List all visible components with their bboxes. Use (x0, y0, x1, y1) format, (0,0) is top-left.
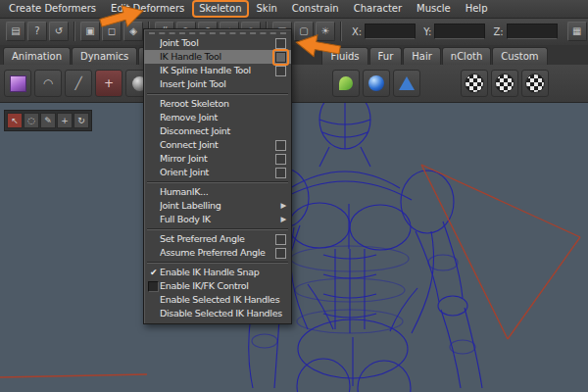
menu-item-assume-preferred-angle[interactable]: Assume Preferred Angle (144, 246, 291, 260)
menu-item-label: Full Body IK (160, 213, 277, 226)
zinput[interactable] (507, 24, 558, 39)
shelf-tab-dynamics[interactable]: Dynamics (72, 47, 137, 65)
option-box-wrap[interactable] (275, 168, 286, 178)
cube-graphic (10, 75, 26, 92)
viewport-toolbar: ↖◌✎+↻ (4, 110, 92, 131)
menu-item-enable-ik-handle-snap[interactable]: ✔Enable IK Handle Snap (144, 266, 291, 279)
render-icon[interactable]: ▦ (567, 22, 587, 41)
checker-sphere-icon[interactable] (521, 70, 549, 97)
menubar-item-muscle[interactable]: Muscle (410, 0, 458, 18)
checker-sphere-icon[interactable] (461, 70, 488, 97)
viewport-canvas[interactable] (0, 102, 588, 392)
option-box-wrap[interactable] (275, 38, 286, 49)
option-box-icon[interactable] (275, 248, 286, 259)
skeleton-menu: Joint ToolIK Handle ToolIK Spline Handle… (143, 28, 292, 324)
shelf-tab-custom[interactable]: Custom (492, 47, 547, 65)
checker-sphere-icon[interactable] (491, 70, 518, 97)
select-hierarchy-icon[interactable]: ▣ (80, 22, 100, 41)
menu-item-orient-joint[interactable]: Orient Joint (144, 166, 291, 179)
shelf-tab-ncloth[interactable]: nCloth (442, 47, 491, 65)
viewport[interactable]: ↖◌✎+↻ (0, 102, 588, 392)
option-box-icon[interactable] (275, 140, 286, 151)
menu-item-enable-ik-fk-control[interactable]: Enable IK/FK Control (144, 279, 291, 293)
menu-item-label: Orient Joint (160, 166, 271, 179)
option-box-icon[interactable] (275, 168, 286, 178)
menu-item-connect-joint[interactable]: Connect Joint (144, 138, 291, 152)
coordinate-field: Y: (423, 24, 485, 39)
menu-item-remove-joint[interactable]: Remove Joint (144, 111, 291, 124)
cone-icon[interactable] (393, 70, 420, 97)
paint-select-tool-icon[interactable]: ✎ (40, 113, 56, 128)
rotate-tool-icon[interactable]: ↻ (74, 113, 89, 128)
menu-item-enable-selected-ik-handles[interactable]: Enable Selected IK Handles (144, 293, 291, 307)
option-box-icon[interactable] (275, 234, 286, 245)
option-box-icon[interactable] (275, 66, 286, 76)
option-box-wrap[interactable] (275, 234, 286, 245)
maya-window: ↖◌✎+↻ Create DeformersEdit DeformersSkel… (0, 0, 588, 392)
menu-item-label: Disable Selected IK Handles (160, 307, 286, 320)
menu-item-disable-selected-ik-handles[interactable]: Disable Selected IK Handles (144, 307, 291, 320)
option-box-wrap[interactable] (275, 154, 286, 165)
option-box-icon[interactable] (275, 154, 286, 165)
menubar-item-skeleton[interactable]: Skeleton (192, 0, 248, 18)
menu-item-insert-joint-tool[interactable]: Insert Joint Tool (144, 77, 291, 91)
menubar-item-skin[interactable]: Skin (250, 0, 284, 18)
option-box-wrap[interactable] (275, 66, 286, 76)
menu-item-ik-spline-handle-tool[interactable]: IK Spline Handle Tool (144, 64, 291, 77)
lasso-tool-icon[interactable]: ◌ (24, 113, 39, 128)
menu-item-label: HumanIK... (160, 185, 286, 199)
status-tail-icons: ▦▧ (567, 22, 588, 41)
menu-item-label: IK Spline Handle Tool (160, 64, 271, 77)
checkbox-unchecked-icon (148, 281, 159, 292)
shelf-tab-fur[interactable]: Fur (369, 47, 403, 65)
menu-item-joint-labelling[interactable]: Joint Labelling▶ (144, 199, 291, 213)
menubar-item-constrain[interactable]: Constrain (285, 0, 346, 18)
menu-item-mirror-joint[interactable]: Mirror Joint (144, 152, 291, 166)
coordinate-field: Z: (493, 24, 557, 39)
add-tool-icon[interactable]: + (95, 70, 122, 97)
coordinate-field: X: (352, 24, 416, 39)
poly-cube-icon[interactable] (4, 70, 31, 97)
menu-tearoff-handle[interactable] (149, 32, 286, 34)
menu-item-label: Connect Joint (160, 138, 271, 152)
option-box-highlight[interactable] (272, 49, 289, 66)
help-icon[interactable]: ? (27, 22, 47, 41)
scene-list-icon[interactable]: ▤ (6, 22, 25, 41)
shelf-tab-animation[interactable]: Animation (3, 47, 71, 65)
menubar-item-character[interactable]: Character (347, 0, 409, 18)
menu-separator (147, 93, 288, 95)
paint-effects-icon[interactable] (332, 70, 360, 97)
menu-item-label: Insert Joint Tool (160, 77, 286, 91)
shelf-tab-hair[interactable]: Hair (403, 47, 441, 65)
menubar-item-help[interactable]: Help (459, 0, 495, 18)
history-icon[interactable]: ↺ (49, 22, 69, 41)
menu-item-joint-tool[interactable]: Joint Tool (144, 36, 291, 50)
menu-item-label: IK Handle Tool (160, 50, 271, 64)
menu-item-label: Remove Joint (160, 111, 286, 124)
menu-item-full-body-ik[interactable]: Full Body IK▶ (144, 213, 291, 226)
curve-tool-icon[interactable]: ◠ (34, 70, 62, 97)
option-box-wrap[interactable] (275, 248, 286, 259)
menu-item-label: Set Preferred Angle (160, 232, 271, 246)
option-box-icon[interactable] (275, 38, 286, 49)
menu-item-label: Joint Labelling (160, 199, 277, 213)
option-box-icon[interactable] (275, 52, 286, 63)
xinput[interactable] (365, 24, 416, 39)
zlabel: Z: (493, 26, 503, 37)
menu-item-set-preferred-angle[interactable]: Set Preferred Angle (144, 232, 291, 246)
skeleton-menu-items: Joint ToolIK Handle ToolIK Spline Handle… (144, 36, 291, 320)
line-tool-icon[interactable]: ╱ (65, 70, 92, 97)
menubar-item-create-deformers[interactable]: Create Deformers (2, 0, 103, 18)
option-box-wrap[interactable] (275, 140, 286, 151)
menu-separator (147, 262, 288, 264)
blue-sphere-icon[interactable] (363, 70, 390, 97)
select-tool-icon[interactable]: ↖ (7, 113, 23, 128)
menu-item-ik-handle-tool[interactable]: IK Handle Tool (144, 50, 291, 64)
menu-item-reroot-skeleton[interactable]: Reroot Skeleton (144, 97, 291, 111)
checker-graphic (495, 74, 514, 93)
menu-item-humanik[interactable]: HumanIK... (144, 185, 291, 199)
move-tool-icon[interactable]: + (57, 113, 73, 128)
menu-item-disconnect-joint[interactable]: Disconnect Joint (144, 124, 291, 138)
menu-item-label: Enable Selected IK Handles (160, 293, 286, 307)
yinput[interactable] (434, 24, 485, 39)
